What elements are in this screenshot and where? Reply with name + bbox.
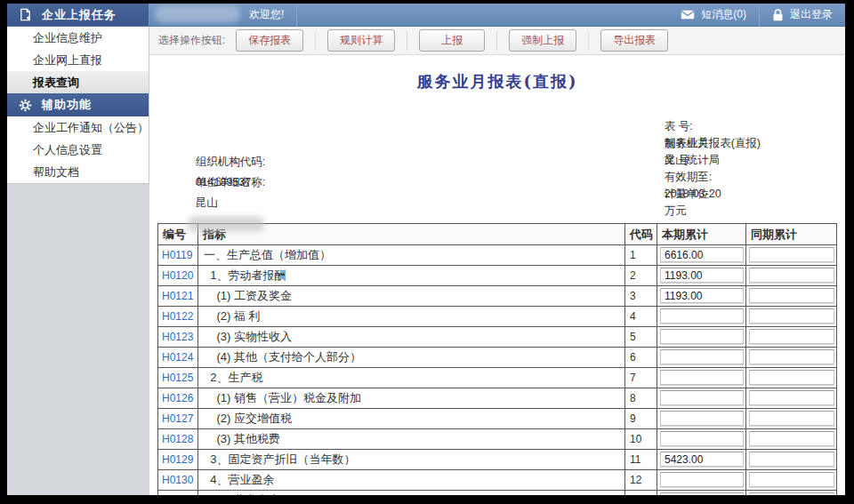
meta-label: 制表机关: <box>665 137 712 149</box>
export-report-button[interactable]: 导出报表 <box>600 29 668 52</box>
row-id-link[interactable]: H0123 <box>162 331 193 343</box>
same-period-input[interactable] <box>749 349 834 364</box>
row-id-cell: H0130 <box>158 470 198 491</box>
indicator-cell: 4、营业盈余 <box>198 470 625 491</box>
org-code-label: 组织机构代码: <box>196 156 265 168</box>
same-period-input[interactable] <box>749 492 834 495</box>
row-id-link[interactable]: H0131 <box>162 494 193 495</box>
force-submit-button[interactable]: 强制上报 <box>509 29 576 52</box>
table-row: H0131 (1) 营业利润 13 <box>158 491 837 496</box>
row-id-cell: H0127 <box>158 409 198 429</box>
table-row: H0126 (1) 销售（营业）税金及附加 8 <box>158 388 837 409</box>
current-period-input[interactable] <box>660 268 744 283</box>
sidebar: 企业信息维护 企业网上直报 报表查询 辅助功能 企业工 <box>7 27 149 495</box>
code-cell: 9 <box>625 409 657 429</box>
sidebar-item-work-notice[interactable]: 企业工作通知（公告） <box>7 116 149 139</box>
sidebar-item-enterprise-info[interactable]: 企业信息维护 <box>7 27 149 49</box>
envelope-icon <box>681 10 695 20</box>
same-period-input[interactable] <box>749 452 834 467</box>
rule-calculate-button[interactable]: 规则计算 <box>327 29 395 52</box>
table-row: H0120 1、劳动者报酬 2 <box>158 266 837 286</box>
row-id-link[interactable]: H0122 <box>162 310 193 323</box>
row-id-link[interactable]: H0124 <box>162 351 193 364</box>
row-id-link[interactable]: H0128 <box>162 433 193 445</box>
current-period-input[interactable] <box>660 247 744 262</box>
column-header-same-period: 同期累计 <box>746 224 837 245</box>
row-id-link[interactable]: H0129 <box>162 453 193 466</box>
current-period-input[interactable] <box>660 492 744 495</box>
logout-button[interactable]: 退出登录 <box>760 4 845 26</box>
same-period-cell <box>746 491 837 496</box>
current-period-input[interactable] <box>660 390 744 405</box>
row-id-cell: H0126 <box>158 388 198 409</box>
code-cell: 11 <box>625 450 657 470</box>
same-period-input[interactable] <box>749 390 834 405</box>
same-period-cell <box>746 286 837 307</box>
current-period-input[interactable] <box>660 288 744 303</box>
current-period-input[interactable] <box>660 329 744 344</box>
same-period-cell <box>746 368 837 388</box>
current-period-cell <box>657 245 746 266</box>
meta-row-table-no: 表 号: 服务业月报表(直报) <box>627 101 761 118</box>
main-area: 选择操作按钮: 保存报表 规则计算 上报 强制上报 导出报表 服务业月报表(直报… <box>149 27 845 495</box>
brand-label: 企业上报任务 <box>42 7 117 23</box>
same-period-cell <box>746 348 837 368</box>
same-period-input[interactable] <box>749 411 834 426</box>
indicator-cell: 一、生产总值（增加值） <box>198 245 625 266</box>
table-row: H0127 (2) 应交增值税 9 <box>158 409 837 429</box>
indicator-cell: (3) 实物性收入 <box>198 327 625 348</box>
same-period-input[interactable] <box>749 308 834 324</box>
sidebar-item-personal-settings[interactable]: 个人信息设置 <box>7 139 149 161</box>
row-id-link[interactable]: H0126 <box>162 392 193 404</box>
indicator-cell: (4) 其他（支付给个人部分） <box>198 348 625 368</box>
same-period-input[interactable] <box>749 472 834 487</box>
same-period-input[interactable] <box>749 268 834 283</box>
code-cell: 7 <box>625 368 657 388</box>
code-cell: 8 <box>625 388 657 409</box>
meta-label: 文 号: <box>665 154 693 166</box>
sidebar-item-report-query[interactable]: 报表查询 <box>7 71 149 93</box>
row-id-link[interactable]: H0125 <box>162 372 193 384</box>
meta-label: 计量单位: <box>665 188 712 200</box>
current-period-input[interactable] <box>660 431 744 446</box>
row-id-link[interactable]: H0120 <box>162 269 193 282</box>
gear-icon <box>19 99 32 112</box>
indicator-cell: (2) 应交增值税 <box>198 409 625 429</box>
sidebar-menu: 企业信息维护 企业网上直报 报表查询 辅助功能 企业工 <box>7 27 149 184</box>
same-period-cell <box>746 409 837 429</box>
indicator-cell: (3) 其他税费 <box>198 429 625 450</box>
submit-button[interactable]: 上报 <box>419 29 485 52</box>
code-cell: 2 <box>625 266 657 286</box>
same-period-input[interactable] <box>749 370 834 385</box>
same-period-input[interactable] <box>749 288 834 303</box>
same-period-input[interactable] <box>749 329 834 344</box>
current-period-input[interactable] <box>660 370 744 385</box>
sidebar-item-online-direct-report[interactable]: 企业网上直报 <box>7 49 149 71</box>
indicator-cell: (1) 工资及奖金 <box>198 286 625 307</box>
current-period-input[interactable] <box>660 411 744 426</box>
same-period-input[interactable] <box>749 431 834 446</box>
topbar: 企业上报任务 欢迎您! 短消息(0) <box>7 4 845 27</box>
messages-button[interactable]: 短消息(0) <box>668 4 759 26</box>
row-id-link[interactable]: H0121 <box>162 290 193 302</box>
row-id-link[interactable]: H0127 <box>162 412 193 425</box>
current-period-cell <box>657 348 746 368</box>
row-id-cell: H0128 <box>158 429 198 450</box>
current-period-input[interactable] <box>660 349 744 364</box>
current-period-cell <box>657 327 746 348</box>
table-row: H0119 一、生产总值（增加值） 1 <box>158 245 837 266</box>
table-row: H0121 (1) 工资及奖金 3 <box>158 286 837 307</box>
current-period-input[interactable] <box>660 472 744 487</box>
username-redacted <box>155 6 240 23</box>
current-period-input[interactable] <box>660 452 744 467</box>
current-period-cell <box>657 307 746 327</box>
row-id-cell: H0125 <box>158 368 198 388</box>
save-report-button[interactable]: 保存报表 <box>236 29 303 52</box>
row-id-link[interactable]: H0130 <box>162 474 193 486</box>
table-row: H0125 2、生产税 7 <box>158 368 837 388</box>
sidebar-item-help-docs[interactable]: 帮助文档 <box>7 161 149 183</box>
same-period-input[interactable] <box>749 247 834 262</box>
current-period-input[interactable] <box>660 308 744 324</box>
meta-label: 有效期至: <box>665 171 712 183</box>
topbar-main: 欢迎您! 短消息(0) 退出登录 <box>149 4 845 26</box>
